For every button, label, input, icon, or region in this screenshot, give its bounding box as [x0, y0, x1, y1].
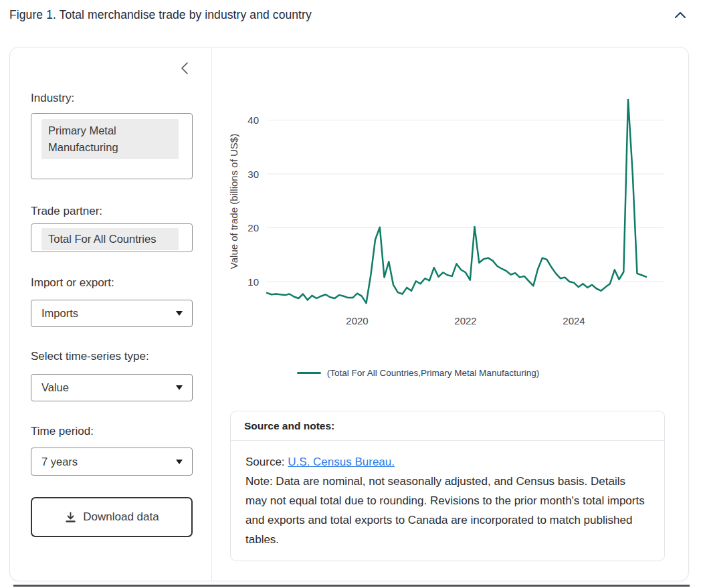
legend-line-swatch	[297, 372, 321, 374]
x-tick-label: 2024	[563, 315, 585, 326]
filters-sidebar: Industry: Primary Metal Manufacturing Tr…	[10, 47, 212, 581]
chevron-left-icon[interactable]	[179, 61, 192, 76]
caret-down-icon	[176, 385, 183, 390]
page-title: Figure 1. Total merchandise trade by ind…	[9, 8, 312, 22]
download-button-label: Download data	[83, 510, 159, 524]
chart-legend-item[interactable]: (Total For All Countries,Primary Metal M…	[231, 366, 605, 379]
source-prefix: Source:	[245, 456, 288, 468]
x-tick-label: 2020	[346, 315, 368, 326]
y-axis-title: Value of trade (billions of US$)	[228, 134, 239, 269]
time-period-select[interactable]: 7 years	[31, 448, 193, 476]
flow-select-value: Imports	[41, 307, 78, 320]
flow-label: Import or export:	[31, 276, 114, 290]
census-bureau-link[interactable]: U.S. Census Bureau.	[288, 456, 395, 468]
y-tick-label: 40	[247, 114, 259, 126]
flow-select[interactable]: Imports	[31, 300, 193, 327]
trade-partner-listbox[interactable]: Total For All Countries	[31, 223, 193, 252]
series-type-label: Select time-series type:	[31, 350, 149, 363]
y-tick-label: 10	[247, 276, 259, 288]
series-type-select[interactable]: Value	[31, 374, 193, 401]
chevron-up-icon[interactable]	[672, 7, 688, 23]
caret-down-icon	[176, 311, 183, 316]
time-period-label: Time period:	[31, 425, 94, 438]
chart-line	[267, 100, 646, 303]
section-divider	[13, 585, 690, 587]
figure-card: Industry: Primary Metal Manufacturing Tr…	[9, 47, 689, 581]
note-text: Note: Data are nominal, not seasonally a…	[245, 472, 649, 549]
caret-down-icon	[176, 460, 183, 464]
source-notes-panel: Source and notes: Source: U.S. Census Bu…	[230, 411, 665, 561]
trade-dashboard-page: Figure 1. Total merchandise trade by ind…	[0, 0, 701, 588]
series-type-select-value: Value	[41, 381, 69, 394]
industry-listbox[interactable]: Primary Metal Manufacturing	[31, 113, 193, 179]
legend-label: (Total For All Countries,Primary Metal M…	[327, 368, 539, 378]
download-icon	[64, 511, 77, 524]
trade-line-chart: 10203040202020222024Value of trade (bill…	[212, 54, 690, 369]
trade-partner-selected-option[interactable]: Total For All Countries	[41, 228, 179, 250]
y-tick-label: 20	[247, 222, 259, 233]
source-notes-header: Source and notes:	[231, 411, 664, 441]
industry-label: Industry:	[31, 92, 74, 105]
download-data-button[interactable]: Download data	[31, 497, 193, 537]
y-tick-label: 30	[247, 169, 259, 180]
trade-partner-label: Trade partner:	[31, 205, 102, 218]
source-notes-body: Source: U.S. Census Bureau. Note: Data a…	[231, 441, 664, 561]
industry-selected-option[interactable]: Primary Metal Manufacturing	[41, 119, 179, 159]
time-period-select-value: 7 years	[41, 456, 78, 468]
x-tick-label: 2022	[454, 315, 476, 326]
